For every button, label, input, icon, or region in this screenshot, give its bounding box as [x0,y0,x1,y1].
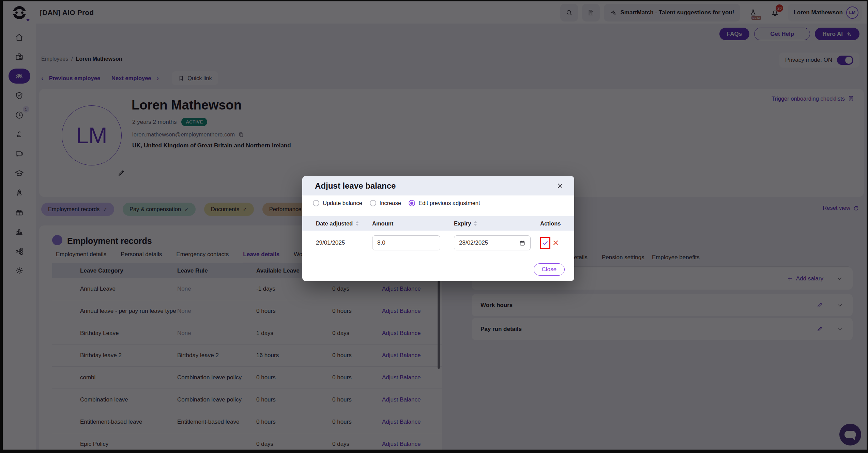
divider [302,258,574,258]
radio-icon [313,200,319,206]
radio-increase[interactable]: Increase [370,200,401,206]
radio-edit-previous-adjustment[interactable]: Edit previous adjustment [409,200,480,206]
action-highlight-box [540,237,550,249]
close-icon[interactable] [556,182,564,190]
modal-close-button[interactable]: Close [534,263,565,276]
expiry-date-input[interactable]: 28/02/2025 [454,235,531,250]
sort-icon[interactable] [474,221,477,226]
cancel-x-icon[interactable]: ✕ [552,239,559,247]
sort-icon[interactable] [355,221,359,226]
modal-title: Adjust leave balance [315,181,396,191]
adjustment-row: 29/01/2025 8.0 28/02/2025 ✕ [302,231,574,255]
col-amount: Amount [372,220,454,227]
radio-selected-icon [409,200,415,206]
col-date-adjusted[interactable]: Date adjusted [316,220,372,227]
col-expiry[interactable]: Expiry [454,220,540,227]
radio-icon [370,200,376,206]
calendar-icon[interactable] [519,240,526,246]
modal-table-header: Date adjusted Amount Expiry Actions [302,216,574,231]
adjustment-type-options: Update balanceIncreaseEdit previous adju… [313,200,480,206]
confirm-check-icon[interactable] [542,239,549,246]
app-window: [DAN] AIO Prod SmartMatch - Talent sugge… [0,0,868,453]
date-adjusted-value: 29/01/2025 [316,239,372,246]
col-actions: Actions [540,220,574,227]
adjust-leave-balance-modal: Adjust leave balance Update balanceIncre… [302,176,574,281]
amount-input[interactable]: 8.0 [372,235,440,250]
radio-update-balance[interactable]: Update balance [313,200,362,206]
